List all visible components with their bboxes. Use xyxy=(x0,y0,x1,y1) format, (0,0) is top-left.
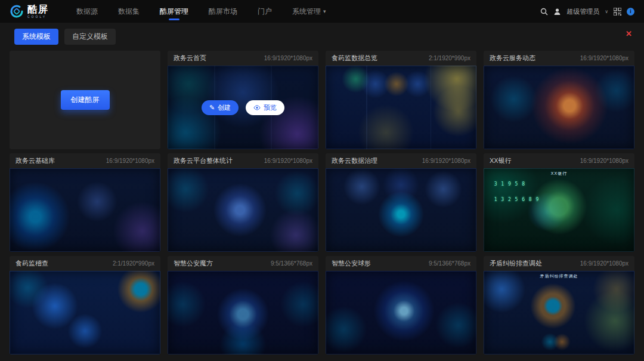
thumbnail-counter: 1 3 2 5 6 8 9 xyxy=(494,197,540,202)
template-card[interactable]: 食药监稽查 2:1/1920*990px xyxy=(10,256,160,354)
nav-item[interactable]: 酷屏管理 xyxy=(160,0,188,23)
card-thumbnail[interactable]: XX银行3 1 9 5 81 3 2 5 6 8 9 xyxy=(484,168,634,252)
card-title: 智慧公安球形 xyxy=(332,259,371,268)
card-size: 16:9/1920*1080px xyxy=(580,55,628,61)
card-hover-overlay: ✎ 创建 预览 xyxy=(168,66,318,149)
template-grid: 创建酷屏 政务云首页 16:9/1920*1080px ✎ 创建 预览 食药监数… xyxy=(0,48,644,361)
card-title: XX银行 xyxy=(490,156,512,165)
topbar-right: 超级管理员 ∨ i xyxy=(540,7,634,16)
card-header: 政务云服务动态 16:9/1920*1080px xyxy=(484,51,634,66)
nav-item[interactable]: 数据集 xyxy=(118,0,140,23)
card-size: 9:5/1366*768px xyxy=(429,260,470,267)
cooly-logo-icon xyxy=(10,4,24,18)
card-create-button[interactable]: ✎ 创建 xyxy=(202,100,239,115)
card-size: 16:9/1920*1080px xyxy=(580,158,628,164)
template-card[interactable]: 政务云数据治理 16:9/1920*1080px xyxy=(326,153,476,252)
thumbnail-title: XX银行 xyxy=(551,171,567,177)
card-thumbnail[interactable] xyxy=(326,66,476,149)
card-thumbnail[interactable] xyxy=(10,271,160,354)
card-title: 政务云服务动态 xyxy=(490,54,535,63)
card-header: 食药监数据总览 2:1/1920*990px xyxy=(326,51,476,66)
thumbnail-title: 矛盾纠纷排查调处 xyxy=(540,273,578,279)
card-thumbnail[interactable] xyxy=(326,168,476,252)
card-thumbnail[interactable]: 矛盾纠纷排查调处 xyxy=(484,271,634,354)
card-title: 食药监稽查 xyxy=(16,259,48,268)
card-preview-button[interactable]: 预览 xyxy=(246,100,284,115)
template-card[interactable]: 智慧公安魔方 9:5/1366*768px xyxy=(168,256,318,354)
card-size: 16:9/1920*1080px xyxy=(264,55,312,61)
template-card[interactable]: 政务云服务动态 16:9/1920*1080px xyxy=(484,51,634,149)
card-header: 政务云平台整体统计 16:9/1920*1080px xyxy=(168,153,318,168)
create-screen-card: 创建酷屏 xyxy=(10,51,160,149)
card-title: 智慧公安魔方 xyxy=(174,259,213,268)
template-card[interactable]: 政务云首页 16:9/1920*1080px ✎ 创建 预览 xyxy=(168,51,318,149)
card-title: 政务云基础库 xyxy=(16,156,55,165)
chevron-down-icon[interactable]: ∨ xyxy=(605,9,608,14)
card-thumbnail[interactable] xyxy=(326,271,476,354)
tab-自定义模板[interactable]: 自定义模板 xyxy=(64,29,116,45)
card-header: 政务云数据治理 16:9/1920*1080px xyxy=(326,153,476,168)
user-icon[interactable] xyxy=(553,8,561,16)
main-nav: 数据源数据集酷屏管理酷屏市场门户系统管理▾ xyxy=(76,0,326,23)
card-thumbnail[interactable] xyxy=(168,271,318,354)
card-thumbnail[interactable]: ✎ 创建 预览 xyxy=(168,66,318,149)
card-title: 政务云首页 xyxy=(174,54,206,63)
card-title: 政务云数据治理 xyxy=(332,156,377,165)
card-thumbnail[interactable] xyxy=(484,66,634,149)
close-icon[interactable]: ✕ xyxy=(626,30,632,38)
template-tabs: 系统模板自定义模板 xyxy=(14,29,116,45)
card-header: 智慧公安魔方 9:5/1366*768px xyxy=(168,256,318,271)
tab-系统模板[interactable]: 系统模板 xyxy=(14,29,58,45)
card-thumbnail[interactable] xyxy=(10,168,160,252)
template-card[interactable]: 食药监数据总览 2:1/1920*990px xyxy=(326,51,476,149)
card-size: 16:9/1920*1080px xyxy=(422,158,470,164)
nav-item[interactable]: 数据源 xyxy=(76,0,98,23)
nav-item[interactable]: 酷屏市场 xyxy=(209,0,237,23)
card-header: XX银行 16:9/1920*1080px xyxy=(484,153,634,168)
create-screen-button[interactable]: 创建酷屏 xyxy=(61,90,110,110)
app-title: 酷屏 xyxy=(27,5,49,14)
template-card[interactable]: 矛盾纠纷排查调处 16:9/1920*1080px 矛盾纠纷排查调处 xyxy=(484,256,634,354)
card-size: 9:5/1366*768px xyxy=(271,260,312,267)
app-subtitle: COOLY xyxy=(27,16,49,18)
card-header: 智慧公安球形 9:5/1366*768px xyxy=(326,256,476,271)
card-header: 政务云基础库 16:9/1920*1080px xyxy=(10,153,160,168)
top-navbar: 酷屏 COOLY 数据源数据集酷屏管理酷屏市场门户系统管理▾ 超级管理员 ∨ i xyxy=(0,0,644,23)
info-icon[interactable]: i xyxy=(627,8,634,16)
template-card[interactable]: 政务云平台整体统计 16:9/1920*1080px xyxy=(168,153,318,252)
template-card[interactable]: 智慧公安球形 9:5/1366*768px xyxy=(326,256,476,354)
card-title: 食药监数据总览 xyxy=(332,54,377,63)
thumbnail-counter: 3 1 9 5 8 xyxy=(494,181,525,187)
template-card[interactable]: 政务云基础库 16:9/1920*1080px xyxy=(10,153,160,252)
card-header: 政务云首页 16:9/1920*1080px xyxy=(168,51,318,66)
user-menu[interactable]: 超级管理员 xyxy=(566,7,599,16)
card-size: 2:1/1920*990px xyxy=(113,260,154,267)
card-size: 16:9/1920*1080px xyxy=(106,158,154,164)
card-header: 食药监稽查 2:1/1920*990px xyxy=(10,256,160,271)
template-tabs-row: 系统模板自定义模板 ✕ xyxy=(0,23,644,48)
card-title: 矛盾纠纷排查调处 xyxy=(490,259,542,268)
chevron-down-icon: ▾ xyxy=(323,8,326,14)
edit-icon: ✎ xyxy=(209,104,215,111)
card-title: 政务云平台整体统计 xyxy=(174,156,233,165)
eye-icon xyxy=(253,105,261,110)
app-logo[interactable]: 酷屏 COOLY xyxy=(10,4,49,18)
card-size: 16:9/1920*1080px xyxy=(580,260,628,267)
card-thumbnail[interactable] xyxy=(168,168,318,252)
template-card[interactable]: XX银行 16:9/1920*1080px XX银行3 1 9 5 81 3 2… xyxy=(484,153,634,252)
card-size: 16:9/1920*1080px xyxy=(264,158,312,164)
card-header: 矛盾纠纷排查调处 16:9/1920*1080px xyxy=(484,256,634,271)
nav-item[interactable]: 门户 xyxy=(258,0,272,23)
page: 酷屏 COOLY 数据源数据集酷屏管理酷屏市场门户系统管理▾ 超级管理员 ∨ i… xyxy=(0,0,644,361)
search-icon[interactable] xyxy=(540,8,548,16)
nav-item[interactable]: 系统管理▾ xyxy=(292,0,326,23)
qrcode-icon[interactable] xyxy=(614,8,621,16)
card-size: 2:1/1920*990px xyxy=(429,55,470,61)
